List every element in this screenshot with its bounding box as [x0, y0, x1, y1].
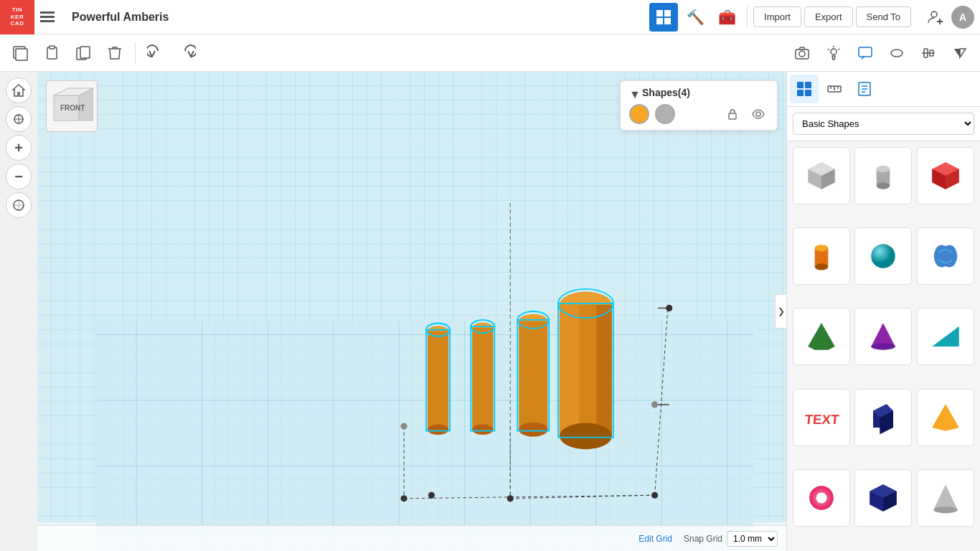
- bottom-bar: Edit Grid Snap Grid 1.0 mm 0.5 mm 2.0 mm: [37, 525, 786, 551]
- cyl2-bottom: [472, 424, 493, 435]
- hole-button[interactable]: [882, 39, 911, 67]
- svg-point-66: [815, 263, 829, 270]
- front-view-cube[interactable]: FRONT: [46, 80, 98, 132]
- svg-text:FRONT: FRONT: [60, 104, 85, 112]
- svg-rect-42: [797, 90, 804, 96]
- svg-rect-15: [80, 47, 90, 58]
- svg-line-21: [839, 49, 840, 50]
- shape-cylinder-orange[interactable]: [793, 227, 850, 285]
- export-button[interactable]: Export: [804, 6, 853, 27]
- svg-point-7: [931, 11, 937, 17]
- svg-point-17: [799, 51, 805, 57]
- shape-box-red[interactable]: [917, 147, 974, 204]
- logo-text: TIN KER CAD: [11, 6, 24, 27]
- handle-2[interactable]: [651, 401, 658, 408]
- shape-cylinder-gray[interactable]: [854, 147, 912, 204]
- shape-sphere-teal[interactable]: [854, 227, 912, 285]
- height-handle[interactable]: [666, 305, 672, 311]
- project-title[interactable]: Powerful Amberis: [60, 11, 649, 24]
- shape-pyramid-green[interactable]: [793, 308, 850, 365]
- list-view-icon[interactable]: [34, 0, 60, 34]
- shape-character-blue[interactable]: [917, 227, 974, 285]
- cyl4-body-light: [560, 305, 579, 436]
- collapse-panel-button[interactable]: ❯: [775, 294, 786, 329]
- shape-pyramid-yellow[interactable]: [917, 389, 974, 446]
- send-to-button[interactable]: Send To: [856, 6, 911, 27]
- svg-marker-73: [932, 326, 958, 347]
- edit-grid-link[interactable]: Edit Grid: [639, 534, 672, 544]
- duplicate-button[interactable]: [69, 39, 98, 67]
- svg-marker-70: [872, 324, 896, 347]
- cyl3-bottom: [519, 423, 547, 437]
- paste-button[interactable]: [37, 39, 66, 67]
- shape-cone-purple[interactable]: [854, 308, 912, 365]
- camera-button[interactable]: [788, 39, 816, 67]
- fit-view-button[interactable]: [6, 106, 32, 132]
- cyl1-body: [428, 331, 448, 429]
- handle-1[interactable]: [400, 423, 407, 430]
- shape-panel: ▼ Shapes(4): [620, 80, 778, 131]
- shape-wedge-teal[interactable]: [917, 308, 974, 365]
- hole-color-button[interactable]: [655, 104, 675, 124]
- shape-torus-pink[interactable]: [793, 469, 850, 527]
- light-button[interactable]: [819, 39, 848, 67]
- 3d-view-button[interactable]: [6, 192, 32, 218]
- notes-tab-button[interactable]: [850, 75, 879, 103]
- svg-point-39: [756, 112, 760, 116]
- snap-grid-select[interactable]: 1.0 mm 0.5 mm 2.0 mm: [727, 531, 778, 547]
- shape-text-red[interactable]: TEXT: [793, 389, 850, 446]
- shape-box-navy[interactable]: [854, 469, 912, 527]
- shape-panel-title: Shapes(4): [642, 87, 690, 98]
- panel-expand-icon[interactable]: ▼: [629, 88, 638, 97]
- svg-rect-1: [40, 16, 55, 18]
- ruler-tab-button[interactable]: [820, 75, 849, 103]
- undo-button[interactable]: [141, 39, 170, 67]
- shape-cone-gray[interactable]: [917, 469, 974, 527]
- svg-text:TEXT: TEXT: [804, 412, 840, 427]
- handle-5[interactable]: [507, 495, 514, 501]
- svg-marker-79: [932, 404, 958, 430]
- shapes-tab-button[interactable]: [790, 75, 819, 103]
- align-button[interactable]: [914, 39, 943, 67]
- svg-rect-11: [16, 49, 27, 60]
- svg-rect-13: [50, 46, 55, 49]
- svg-rect-3: [656, 10, 663, 17]
- lock-button[interactable]: [722, 104, 743, 124]
- svg-point-23: [891, 50, 903, 57]
- avatar[interactable]: A: [951, 6, 974, 29]
- tinkercad-logo[interactable]: TIN KER CAD: [0, 0, 34, 34]
- svg-point-81: [816, 492, 827, 503]
- solid-color-button[interactable]: [629, 104, 649, 124]
- svg-point-59: [877, 182, 890, 189]
- svg-rect-0: [40, 11, 55, 14]
- handle-4[interactable]: [400, 495, 407, 501]
- add-user-button[interactable]: [923, 4, 948, 30]
- zoom-in-button[interactable]: +: [6, 135, 32, 161]
- briefcase-button[interactable]: 🧰: [712, 3, 741, 32]
- import-button[interactable]: Import: [753, 6, 801, 27]
- svg-marker-86: [933, 484, 958, 509]
- cyl3-body: [519, 321, 547, 430]
- comment-button[interactable]: [851, 39, 880, 67]
- shape-prism-navy[interactable]: [854, 389, 912, 446]
- copy-workplane-button[interactable]: [6, 39, 34, 67]
- redo-button[interactable]: [173, 39, 202, 67]
- visibility-button[interactable]: [748, 104, 768, 124]
- grid-view-button[interactable]: [649, 3, 678, 32]
- cyl1-bottom: [428, 424, 448, 435]
- svg-point-71: [872, 344, 896, 350]
- home-view-button[interactable]: [6, 77, 32, 103]
- flip-button[interactable]: [946, 39, 974, 67]
- handle-6[interactable]: [428, 492, 435, 499]
- shape-box-gray[interactable]: [793, 147, 850, 204]
- delete-button[interactable]: [100, 39, 129, 67]
- handle-3[interactable]: [651, 492, 658, 499]
- svg-rect-43: [805, 90, 811, 96]
- 3d-scene: [37, 72, 786, 551]
- svg-rect-2: [40, 20, 55, 22]
- zoom-out-button[interactable]: −: [6, 164, 32, 189]
- svg-marker-69: [808, 324, 834, 350]
- hammer-button[interactable]: 🔨: [681, 3, 710, 32]
- shapes-category-select[interactable]: Basic Shapes Letters Connectors Featured: [793, 113, 974, 135]
- svg-point-18: [831, 49, 837, 55]
